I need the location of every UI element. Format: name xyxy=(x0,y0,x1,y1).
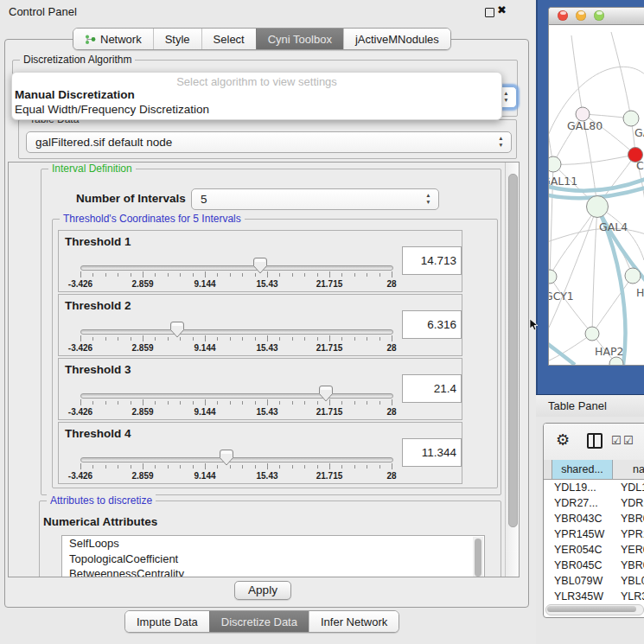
network-edge[interactable] xyxy=(549,105,553,164)
threshold-value-field[interactable]: 21.4 xyxy=(402,374,462,403)
cell-shared-name[interactable]: YBR043C xyxy=(544,511,615,526)
list-scrollbar[interactable] xyxy=(473,537,483,577)
apply-button[interactable]: Apply xyxy=(234,581,291,600)
cell-name[interactable]: YDR2 xyxy=(615,495,644,511)
tick-mark xyxy=(205,271,206,277)
tab-network[interactable]: Network xyxy=(73,29,153,49)
network-edge[interactable] xyxy=(550,207,597,277)
column-header[interactable]: na xyxy=(613,460,644,479)
network-edge[interactable] xyxy=(592,207,597,334)
cell-name[interactable]: YDL1 xyxy=(615,480,644,495)
minimize-traffic-light-icon[interactable] xyxy=(576,10,586,21)
close-traffic-light-icon[interactable] xyxy=(558,10,568,21)
settings-scrollbar[interactable] xyxy=(505,163,519,577)
algorithm-option[interactable]: Equal Width/Frequency Discretization xyxy=(12,103,501,118)
network-edge[interactable] xyxy=(550,277,592,334)
tick-mark xyxy=(143,271,143,277)
slider-thumb-icon[interactable] xyxy=(170,322,184,338)
network-node-gcy1[interactable] xyxy=(549,270,557,284)
network-edge[interactable] xyxy=(549,207,597,336)
slider-track[interactable] xyxy=(80,457,393,462)
cell-name[interactable]: YBL0 xyxy=(615,573,644,589)
cell-name[interactable]: YBR0 xyxy=(615,558,644,573)
attribute-list-item[interactable]: TopologicalCoefficient xyxy=(62,552,484,567)
slider-track[interactable] xyxy=(80,329,393,335)
network-canvas[interactable]: GAL80GACGAL11GAL4GCY1HHAP2 xyxy=(549,25,644,365)
slider-thumb-icon[interactable] xyxy=(253,258,267,274)
tick-label: 21.715 xyxy=(316,343,343,353)
cell-shared-name[interactable]: YDL19... xyxy=(544,480,615,495)
split-columns-icon[interactable] xyxy=(587,433,603,449)
network-node-hap2[interactable] xyxy=(585,327,599,341)
cell-shared-name[interactable]: YBR045C xyxy=(544,558,615,573)
cell-shared-name[interactable]: YDR27... xyxy=(544,495,615,511)
tab-impute-data[interactable]: Impute Data xyxy=(125,611,209,632)
cell-shared-name[interactable]: YPR145W xyxy=(544,526,615,542)
network-edge[interactable] xyxy=(611,32,631,118)
cell-shared-name[interactable]: YBL079W xyxy=(544,573,615,589)
table-row[interactable]: YLR345WYLR3 xyxy=(544,589,644,604)
cell-name[interactable]: YLR3 xyxy=(615,589,644,604)
network-edge[interactable] xyxy=(549,228,644,243)
scrollbar-thumb[interactable] xyxy=(475,539,481,577)
network-edge[interactable] xyxy=(553,155,635,164)
slider-track[interactable] xyxy=(80,393,393,399)
checkbox-icon[interactable]: ☑ xyxy=(611,434,622,447)
table-row[interactable]: YER054CYER0 xyxy=(544,542,644,558)
tick-mark xyxy=(317,465,318,469)
numerical-attributes-label: Numerical Attributes xyxy=(43,515,157,528)
threshold-value-field[interactable]: 14.713 xyxy=(402,246,462,275)
cell-name[interactable]: YER0 xyxy=(615,542,644,558)
threshold-value-field[interactable]: 6.316 xyxy=(402,310,462,339)
table-hscrollbar[interactable] xyxy=(545,604,644,615)
slider-thumb-icon[interactable] xyxy=(220,450,233,466)
tick-mark xyxy=(255,337,256,341)
tab-select[interactable]: Select xyxy=(201,29,256,49)
network-node-gal4[interactable] xyxy=(587,196,609,218)
tick-label: -3.426 xyxy=(68,279,92,289)
scrollbar-thumb[interactable] xyxy=(547,606,636,612)
tick-mark xyxy=(267,463,268,469)
zoom-traffic-light-icon[interactable] xyxy=(594,10,604,21)
network-edge-thick[interactable] xyxy=(549,341,575,365)
tick-mark xyxy=(329,335,330,341)
attribute-list-item[interactable]: BetweennessCentrality xyxy=(62,566,484,577)
attribute-list-item[interactable]: SelfLoops xyxy=(62,536,484,552)
table-row[interactable]: YBR045CYBR0 xyxy=(544,558,644,573)
table-row[interactable]: YDR27...YDR2 xyxy=(544,495,644,511)
slider-thumb-icon[interactable] xyxy=(319,386,333,402)
table-row[interactable]: YDL19...YDL1 xyxy=(544,480,644,495)
float-window-icon[interactable] xyxy=(485,8,494,17)
threshold-value-field[interactable]: 11.344 xyxy=(402,438,462,467)
scrollbar-thumb[interactable] xyxy=(508,174,518,527)
cell-name[interactable]: YPR1 xyxy=(615,526,644,542)
table-row[interactable]: YBL079WYBL0 xyxy=(544,573,644,589)
network-edge[interactable] xyxy=(571,35,583,114)
num-intervals-combobox[interactable]: 5 ▴▾ xyxy=(191,188,439,210)
table-row[interactable]: YBR043CYBR0 xyxy=(544,511,644,526)
tab-discretize-data[interactable]: Discretize Data xyxy=(209,611,309,632)
tab-infer-network[interactable]: Infer Network xyxy=(309,611,399,632)
tick-mark xyxy=(329,463,330,469)
network-window-titlebar[interactable] xyxy=(549,8,644,25)
panel-title: Control Panel xyxy=(9,5,77,18)
tab-cyni-toolbox[interactable]: Cyni Toolbox xyxy=(256,29,343,49)
attributes-list[interactable]: SelfLoopsTopologicalCoefficientBetweenne… xyxy=(61,535,485,577)
close-icon[interactable]: ✖ xyxy=(497,3,507,16)
algorithm-option[interactable]: Manual Discretization xyxy=(12,88,501,103)
cell-shared-name[interactable]: YLR345W xyxy=(544,589,615,604)
network-node[interactable] xyxy=(623,111,639,126)
network-node[interactable] xyxy=(625,268,641,284)
cell-name[interactable]: YBR0 xyxy=(615,511,644,526)
network-node-gal11[interactable] xyxy=(549,156,561,172)
cell-shared-name[interactable]: YER054C xyxy=(544,542,615,558)
tab-jactivemnodules[interactable]: jActiveMNodules xyxy=(343,29,450,49)
column-header[interactable]: shared... xyxy=(552,460,613,479)
table-data-combobox[interactable]: galFiltered.sif default node ▴▾ xyxy=(26,131,512,153)
table-row[interactable]: YPR145WYPR1 xyxy=(544,526,644,542)
checkbox-icon[interactable]: ☑ xyxy=(623,434,634,447)
gear-icon[interactable]: ⚙ xyxy=(556,430,570,450)
slider-track[interactable] xyxy=(80,265,393,271)
network-edge[interactable] xyxy=(549,67,644,144)
tab-style[interactable]: Style xyxy=(153,29,201,49)
